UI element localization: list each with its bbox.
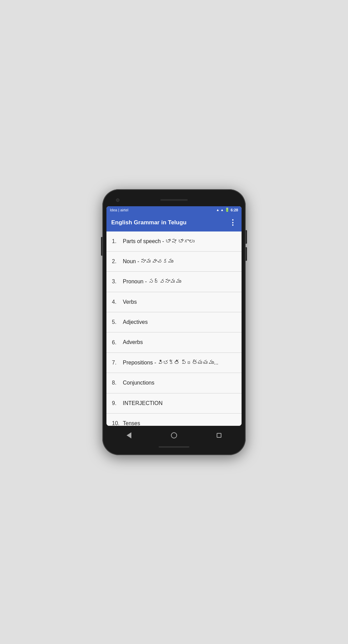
list-item[interactable]: 2.Noun - నామవాచకము [106,252,242,272]
item-number: 2. [112,258,123,265]
power-button[interactable] [101,237,102,256]
more-options-icon[interactable]: ⋮ [229,219,237,226]
list-item[interactable]: 5.Adjectives [106,312,242,332]
phone-frame: Idea | airtel ▲ ▲ 🔋 6:28 English Grammar… [102,189,246,455]
item-text: Verbs [123,298,236,306]
phone-screen: Idea | airtel ▲ ▲ 🔋 6:28 English Grammar… [106,206,242,426]
home-icon [171,432,177,438]
item-text: Parts of speech - భాషా భాగాలు [123,238,236,245]
status-bar: Idea | airtel ▲ ▲ 🔋 6:28 [106,206,242,214]
item-text: Pronoun - సర్వనామము [123,278,236,285]
item-number: 5. [112,319,123,325]
recents-button[interactable] [212,429,226,442]
back-button[interactable] [122,429,136,442]
list-item[interactable]: 6.Adverbs [106,332,242,353]
recents-icon [217,433,221,438]
battery-icon: 🔋 [225,208,230,212]
list-item[interactable]: 3.Pronoun - సర్వనామము [106,272,242,292]
item-number: 10. [112,420,123,425]
home-button[interactable] [167,429,181,442]
volume-up-button[interactable] [246,230,247,244]
item-text: INTERJECTION [123,400,236,407]
item-text: Prepositions - విభక్తి ప్రత్యయము... [123,359,236,366]
list-item[interactable]: 9.INTERJECTION [106,393,242,414]
item-number: 9. [112,400,123,406]
status-right: ▲ ▲ 🔋 6:28 [216,208,238,212]
list-item[interactable]: 7.Prepositions - విభక్తి ప్రత్యయము... [106,353,242,373]
item-number: 6. [112,340,123,346]
item-text: Adjectives [123,318,236,326]
list-item[interactable]: 10.Tenses [106,414,242,425]
item-text: Tenses [123,420,236,425]
back-icon [127,432,131,438]
list-item[interactable]: 8.Conjunctions [106,373,242,393]
item-number: 1. [112,238,123,244]
item-number: 7. [112,360,123,366]
item-text: Adverbs [123,339,236,346]
grammar-list: 1.Parts of speech - భాషా భాగాలు2.Noun - … [106,231,242,426]
phone-top-bar [106,195,242,205]
item-number: 3. [112,279,123,285]
app-bar: English Grammar in Telugu ⋮ [106,214,242,231]
volume-down-button[interactable] [246,247,247,261]
signal-icon-1: ▲ [216,208,219,212]
phone-bottom [106,444,242,449]
item-text: Conjunctions [123,379,236,387]
item-number: 4. [112,299,123,305]
navigation-bar [106,427,242,444]
bottom-bar [159,446,189,448]
item-text: Noun - నామవాచకము [123,258,236,265]
list-item[interactable]: 1.Parts of speech - భాషా భాగాలు [106,231,242,252]
speaker [160,199,188,201]
app-title: English Grammar in Telugu [111,219,187,226]
time-display: 6:28 [231,208,238,212]
carrier-text: Idea | airtel [110,208,128,212]
item-number: 8. [112,380,123,386]
signal-icon-2: ▲ [220,208,224,212]
camera [116,198,119,202]
list-item[interactable]: 4.Verbs [106,292,242,312]
